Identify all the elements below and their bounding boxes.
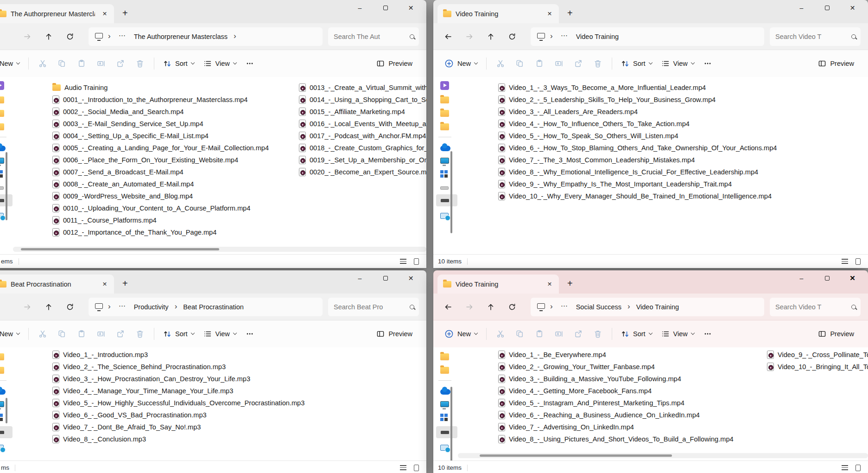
- breadcrumb-ellipsis-button[interactable]: ⋯: [116, 301, 129, 312]
- pane-vertical-scrollbar[interactable]: [6, 398, 7, 423]
- refresh-button[interactable]: [503, 28, 521, 45]
- delete-button[interactable]: [588, 57, 608, 70]
- network-icon[interactable]: [0, 213, 4, 219]
- new-button[interactable]: New: [0, 327, 24, 340]
- folder-icon[interactable]: [0, 96, 4, 103]
- file-row[interactable]: Video_3_-_How_Procrastination_Can_Destro…: [52, 373, 304, 385]
- file-row[interactable]: Video_4_-_Getting_More_Facebook_Fans.mp4: [498, 385, 734, 397]
- file-row[interactable]: Video_2_-_5_Leadership_Skills_To_Help_Yo…: [498, 94, 777, 106]
- delete-button[interactable]: [588, 327, 608, 341]
- maximize-button[interactable]: [373, 0, 398, 16]
- onedrive-icon[interactable]: [440, 389, 450, 395]
- folder-icon[interactable]: [0, 123, 4, 130]
- search-box[interactable]: Search Beat Pro: [328, 298, 419, 316]
- new-button[interactable]: New: [0, 57, 24, 70]
- onedrive-icon[interactable]: [440, 146, 450, 151]
- paste-button[interactable]: [530, 57, 549, 70]
- breadcrumb-segment[interactable]: Social Success: [576, 303, 621, 311]
- folder-icon[interactable]: [0, 110, 4, 117]
- drive-icon[interactable]: [440, 186, 449, 190]
- thumbnails-view-button[interactable]: [855, 257, 862, 266]
- network-computer-icon[interactable]: [440, 414, 444, 417]
- folder-icon[interactable]: [440, 367, 449, 374]
- details-view-button[interactable]: [399, 464, 407, 471]
- network-icon[interactable]: [0, 445, 4, 451]
- file-row[interactable]: 0018_-_Create_Custom_Graphics_for_Y: [299, 142, 426, 154]
- thumbnails-view-button[interactable]: [413, 464, 420, 472]
- forward-button[interactable]: [460, 28, 479, 45]
- file-row[interactable]: 0014_-_Using_a_Shopping_Cart_to_Sel: [299, 94, 426, 106]
- breadcrumb-segment[interactable]: The Authorpreneur Masterclass: [134, 33, 228, 40]
- onedrive-icon[interactable]: [0, 146, 6, 151]
- file-row[interactable]: 0007_-_Send_a_Broadcast_E-Mail.mp4: [52, 166, 269, 178]
- up-button[interactable]: [39, 28, 58, 45]
- preview-button[interactable]: Preview: [813, 57, 859, 70]
- back-button[interactable]: [439, 28, 457, 45]
- preview-button[interactable]: Preview: [372, 57, 417, 70]
- file-row[interactable]: Video_10_-_Why_Every_Manager_Should_Be_T…: [498, 190, 777, 202]
- maximize-button[interactable]: [373, 270, 398, 286]
- file-row[interactable]: 0004_-_Setting_Up_a_Specific_E-Mail_List…: [52, 130, 269, 142]
- minimize-button[interactable]: –: [789, 270, 814, 286]
- file-row[interactable]: Video_5_-_How_To_Speak_So_Others_Will_Li…: [498, 130, 777, 142]
- view-button[interactable]: View: [657, 57, 699, 70]
- onedrive-icon[interactable]: [0, 389, 6, 395]
- file-row[interactable]: 0001_-_Introduction_to_the_Authorpreneur…: [52, 94, 269, 106]
- details-view-button[interactable]: [399, 258, 407, 265]
- breadcrumb-segment[interactable]: Video Training: [636, 303, 679, 311]
- copy-button[interactable]: [52, 57, 72, 70]
- minimize-button[interactable]: –: [347, 270, 373, 286]
- details-view-button[interactable]: [841, 258, 849, 265]
- forward-button[interactable]: [18, 299, 37, 315]
- breadcrumb-ellipsis-button[interactable]: ⋯: [558, 301, 571, 312]
- sort-button[interactable]: Sort: [158, 327, 199, 341]
- videos-folder-icon[interactable]: [440, 81, 449, 90]
- file-row[interactable]: Video_9_-_Cross_Pollinate_To_Ge: [767, 349, 868, 361]
- file-row[interactable]: Video_4_-_How_To_Influence_Others_To_Tak…: [498, 118, 777, 130]
- refresh-button[interactable]: [61, 299, 79, 315]
- pane-vertical-scrollbar[interactable]: [450, 387, 452, 467]
- address-bar[interactable]: › ⋯ Productivity›Beat Procrastination: [89, 298, 323, 316]
- file-row[interactable]: 0009_-WordPress_Website_and_Blog.mp4: [52, 190, 269, 202]
- forward-button[interactable]: [18, 28, 37, 45]
- new-button[interactable]: New: [440, 56, 482, 71]
- file-row[interactable]: Video_2_-_The_Science_Behind_Procrastina…: [52, 361, 304, 373]
- up-button[interactable]: [482, 28, 500, 45]
- details-view-button[interactable]: [841, 464, 849, 471]
- file-row[interactable]: Video_8_-_Using_Pictures_And_Short_Video…: [498, 433, 734, 445]
- up-button[interactable]: [39, 299, 58, 315]
- view-button[interactable]: View: [199, 57, 241, 70]
- share-button[interactable]: [569, 327, 588, 341]
- preview-button[interactable]: Preview: [813, 327, 859, 341]
- file-row[interactable]: Video_7_-_Dont_Be_Afraid_To_Say_No!.mp3: [52, 421, 304, 433]
- share-button[interactable]: [569, 57, 588, 70]
- rename-button[interactable]: [91, 57, 111, 70]
- file-row[interactable]: 0006_-_Place_the_Form_On_Your_Existing_W…: [52, 154, 269, 166]
- folder-icon[interactable]: [440, 353, 449, 360]
- new-tab-button[interactable]: +: [564, 8, 576, 18]
- more-options-button[interactable]: [241, 327, 259, 341]
- close-button[interactable]: ✕: [398, 0, 424, 16]
- minimize-button[interactable]: –: [789, 0, 814, 16]
- forward-button[interactable]: [460, 299, 479, 315]
- network-icon[interactable]: [440, 213, 449, 219]
- window-titlebar[interactable]: The Authorpreneur Mastercla ✕ + – ✕: [0, 0, 426, 23]
- file-row[interactable]: Video_10_-_Bringing_It_All_Toge: [767, 361, 868, 373]
- address-bar[interactable]: › ⋯ Social Success›Video Training: [531, 298, 764, 316]
- explorer-tab[interactable]: Video Training ✕: [437, 4, 559, 23]
- sort-button[interactable]: Sort: [616, 57, 657, 70]
- file-row[interactable]: Video_6_-_Good_VS_Bad_Procrastination.mp…: [52, 409, 304, 421]
- selected-drive-item[interactable]: [0, 426, 13, 438]
- copy-button[interactable]: [52, 327, 72, 341]
- more-options-button[interactable]: [699, 327, 716, 341]
- file-row[interactable]: Video_5_-_How_Highly_Successful_Individu…: [52, 397, 304, 409]
- breadcrumb-ellipsis-button[interactable]: ⋯: [116, 31, 129, 42]
- file-row[interactable]: Video_9_-_Why_Empathy_Is_The_Most_Import…: [498, 178, 777, 190]
- file-row[interactable]: 0008_-_Create_an_Automated_E-Mail.mp4: [52, 178, 269, 190]
- breadcrumb-segment[interactable]: Beat Procrastination: [183, 303, 244, 311]
- preview-button[interactable]: Preview: [372, 327, 417, 341]
- share-button[interactable]: [111, 327, 130, 341]
- file-row[interactable]: Video_1_-_Be_Everywhere.mp4: [498, 349, 734, 361]
- file-row[interactable]: 0019_-_Set_Up_a_Membership_or_Onli: [299, 154, 426, 166]
- file-list[interactable]: Video_1_-_Be_Everywhere.mp4Video_2_-_Gro…: [458, 347, 868, 460]
